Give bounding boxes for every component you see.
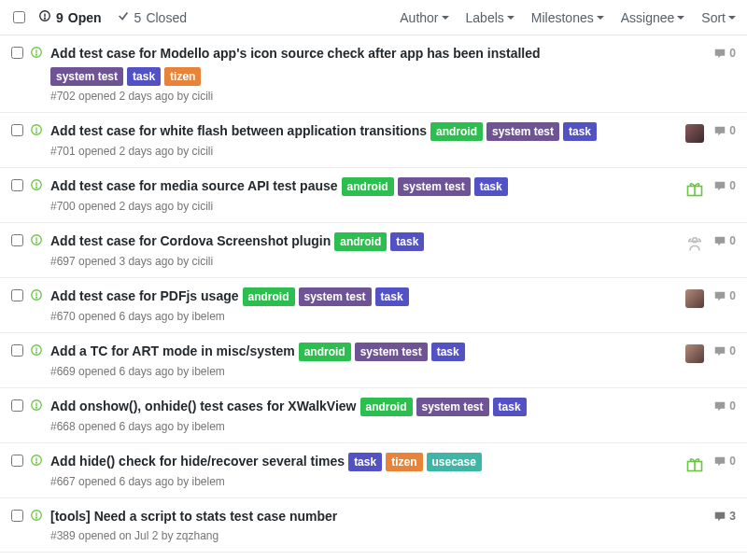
comments-count[interactable]: 0 (713, 399, 736, 413)
issue-meta: #702 opened 2 days ago by cicili (50, 90, 652, 103)
assignee-avatar[interactable] (685, 179, 704, 198)
issue-title-link[interactable]: Add onshow(), onhide() test cases for XW… (50, 398, 357, 416)
sort-filter[interactable]: Sort (701, 10, 736, 25)
assignee-avatar[interactable] (685, 234, 704, 253)
issue-title-link[interactable]: Add test case for PDFjs usage (50, 287, 239, 306)
labels-filter[interactable]: Labels (466, 10, 514, 25)
issue-meta: #670 opened 6 days ago by ibelem (50, 310, 652, 323)
comments-count[interactable]: 0 (713, 289, 736, 302)
comments-number: 0 (729, 179, 736, 192)
issue-title-link[interactable]: [tools] Need a script to stats test case… (50, 508, 337, 526)
issue-meta: #669 opened 6 days ago by ibelem (50, 365, 652, 378)
comments-number: 0 (729, 455, 736, 468)
comments-count[interactable]: 0 (713, 344, 736, 357)
comments-count[interactable]: 0 (713, 179, 736, 192)
issue-label[interactable]: task (390, 232, 424, 251)
issue-label[interactable]: android (360, 398, 413, 416)
issue-checkbox[interactable] (11, 179, 23, 191)
open-tab[interactable]: 9 Open (33, 9, 107, 25)
filter-dropdowns: Author Labels Milestones Assignee Sort (400, 10, 736, 25)
comments-number: 0 (729, 399, 736, 413)
issue-row: Add hide() check for hide/recover severa… (0, 443, 747, 498)
svg-point-2 (45, 18, 46, 19)
issue-label[interactable]: system test (299, 287, 372, 306)
open-label: Open (68, 10, 102, 25)
assignee-avatar[interactable] (685, 344, 704, 363)
issue-label[interactable]: task (493, 398, 527, 416)
issue-label[interactable]: system test (398, 177, 471, 196)
comments-count[interactable]: 0 (713, 455, 736, 468)
issue-label[interactable]: android (430, 122, 483, 141)
issue-title-link[interactable]: Add test case for media source API test … (50, 177, 338, 196)
open-issue-icon (30, 508, 50, 543)
issue-checkbox[interactable] (11, 234, 23, 246)
assignee-avatar[interactable] (685, 455, 704, 473)
issue-title-link[interactable]: Add hide() check for hide/recover severa… (50, 453, 345, 471)
milestones-label: Milestones (531, 10, 594, 25)
issue-label[interactable]: task (127, 67, 161, 86)
issue-label[interactable]: system test (486, 122, 559, 141)
issue-label[interactable]: system test (50, 67, 123, 86)
issue-label[interactable]: task (563, 122, 597, 141)
svg-point-23 (36, 352, 37, 353)
issue-title-link[interactable]: Add a TC for ART mode in misc/system (50, 343, 295, 361)
issue-checkbox[interactable] (11, 47, 23, 59)
issue-label[interactable]: task (375, 287, 409, 306)
issue-title-link[interactable]: Add test case for Cordova Screenshot plu… (50, 232, 331, 251)
issue-label[interactable]: android (342, 177, 394, 196)
issue-checkbox[interactable] (11, 289, 23, 301)
issue-label[interactable]: system test (416, 398, 489, 416)
assignee-avatar[interactable] (685, 289, 704, 308)
issue-label[interactable]: tizen (164, 67, 201, 86)
check-icon (117, 9, 130, 25)
open-issue-icon (30, 122, 50, 158)
issue-label[interactable]: task (474, 177, 508, 196)
issue-label[interactable]: tizen (386, 453, 422, 471)
issue-title-link[interactable]: Add test case for white flash between ap… (50, 122, 427, 141)
select-all-checkbox[interactable] (13, 11, 25, 23)
open-issue-icon (30, 232, 50, 268)
author-filter[interactable]: Author (400, 10, 448, 25)
comments-number: 0 (729, 289, 736, 302)
comments-count[interactable]: 0 (713, 234, 736, 247)
issue-meta: #700 opened 2 days ago by cicili (50, 200, 652, 213)
labels-label: Labels (466, 10, 504, 25)
issue-meta: #668 opened 6 days ago by ibelem (50, 420, 652, 433)
closed-tab[interactable]: 5 Closed (111, 9, 192, 25)
issue-checkbox[interactable] (11, 399, 23, 412)
issue-row: Add onshow(), onhide() test cases for XW… (0, 388, 747, 443)
caret-down-icon (507, 16, 514, 20)
open-issue-icon (30, 343, 50, 378)
closed-label: Closed (146, 10, 187, 25)
caret-down-icon (597, 16, 604, 20)
open-issue-icon (38, 9, 51, 25)
issue-label[interactable]: android (243, 287, 295, 306)
issue-checkbox[interactable] (11, 124, 23, 136)
issue-row: Add test case for PDFjs usageandroidsyst… (0, 278, 747, 333)
svg-point-16 (36, 242, 37, 243)
issue-label[interactable]: usecase (427, 453, 482, 471)
assignee-filter[interactable]: Assignee (621, 10, 685, 25)
issue-label[interactable]: android (334, 232, 387, 251)
issue-row: [tools] Need a script to stats test case… (0, 498, 747, 553)
svg-point-20 (36, 297, 37, 298)
comments-count[interactable]: 0 (713, 124, 736, 137)
author-label: Author (400, 10, 438, 25)
issue-meta: #389 opened on Jul 2 by zqzhang (50, 529, 652, 542)
issue-row: Add a TC for ART mode in misc/systemandr… (0, 333, 747, 388)
issue-title-link[interactable]: Add test case for Modello app's icon sou… (50, 45, 541, 63)
open-count: 9 (56, 10, 63, 25)
assignee-avatar[interactable] (685, 124, 704, 143)
issue-checkbox[interactable] (11, 455, 23, 467)
issue-label[interactable]: task (431, 343, 465, 361)
issue-checkbox[interactable] (11, 510, 23, 522)
svg-point-26 (36, 407, 37, 408)
issue-label[interactable]: system test (355, 343, 428, 361)
comments-count[interactable]: 0 (713, 47, 736, 60)
milestones-filter[interactable]: Milestones (531, 10, 604, 25)
issue-row: Add test case for media source API test … (0, 168, 747, 223)
issue-label[interactable]: task (348, 453, 382, 471)
issue-checkbox[interactable] (11, 344, 23, 357)
comments-count[interactable]: 3 (713, 510, 736, 523)
issue-label[interactable]: android (299, 343, 351, 361)
